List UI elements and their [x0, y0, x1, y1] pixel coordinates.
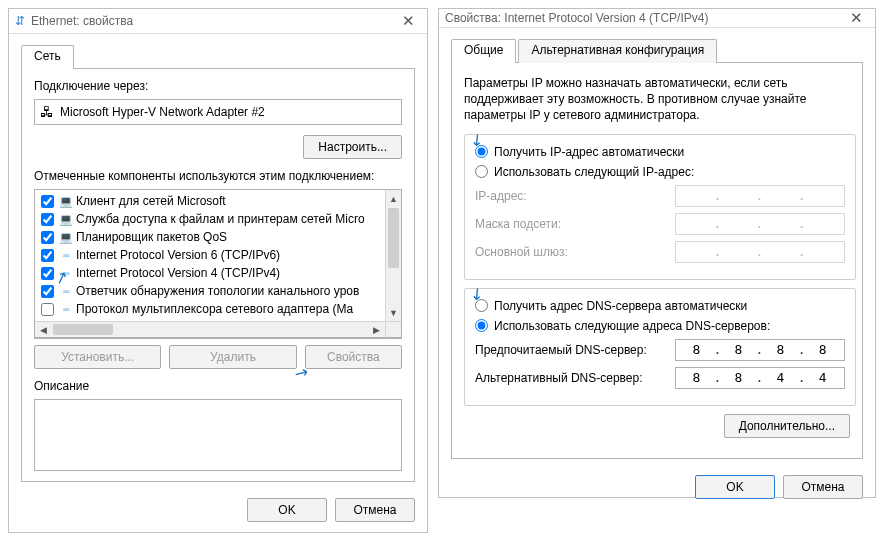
- radio-manual-ip-row[interactable]: Использовать следующий IP-адрес:: [475, 165, 845, 179]
- tab-general[interactable]: Общие: [451, 39, 516, 63]
- radio-manual-dns-row[interactable]: Использовать следующие адреса DNS-сервер…: [475, 319, 845, 333]
- gateway-label: Основной шлюз:: [475, 245, 675, 259]
- component-checkbox[interactable]: [41, 303, 54, 316]
- adapter-name: Microsoft Hyper-V Network Adapter #2: [60, 105, 265, 119]
- tab-panel-general: Параметры IP можно назначать автоматичес…: [451, 62, 863, 459]
- ip-note: Параметры IP можно назначать автоматичес…: [464, 75, 850, 124]
- component-label: Internet Protocol Version 6 (TCP/IPv6): [76, 248, 280, 262]
- component-checkbox[interactable]: [41, 249, 54, 262]
- service-icon: 💻: [58, 213, 74, 226]
- protocol-icon: ⎓: [58, 285, 74, 297]
- components-label: Отмеченные компоненты используются этим …: [34, 169, 402, 183]
- ip-address-label: IP-адрес:: [475, 189, 675, 203]
- gateway-input: ...: [675, 241, 845, 263]
- tabs: Сеть: [21, 44, 415, 68]
- adapter-box: 🖧 Microsoft Hyper-V Network Adapter #2: [34, 99, 402, 125]
- radio-manual-dns[interactable]: [475, 319, 488, 332]
- description-box: [34, 399, 402, 471]
- radio-auto-ip-label: Получить IP-адрес автоматически: [494, 145, 684, 159]
- radio-auto-ip[interactable]: [475, 145, 488, 158]
- cancel-button[interactable]: Отмена: [783, 475, 863, 499]
- scroll-left-icon[interactable]: ◀: [35, 322, 52, 337]
- advanced-button[interactable]: Дополнительно...: [724, 414, 850, 438]
- service-icon: 💻: [58, 195, 74, 208]
- radio-auto-dns[interactable]: [475, 299, 488, 312]
- component-label: Internet Protocol Version 4 (TCP/IPv4): [76, 266, 280, 280]
- radio-auto-dns-row[interactable]: Получить адрес DNS-сервера автоматически…: [475, 299, 845, 313]
- scroll-corner: [385, 321, 402, 338]
- list-item[interactable]: 💻Служба доступа к файлам и принтерам сет…: [35, 210, 402, 228]
- list-item[interactable]: ⎓Internet Protocol Version 6 (TCP/IPv6): [35, 246, 402, 264]
- tabs: Общие Альтернативная конфигурация: [451, 38, 863, 62]
- list-item[interactable]: ⎓Ответчик обнаружения топологии канально…: [35, 282, 402, 300]
- radio-auto-dns-label: Получить адрес DNS-сервера автоматически: [494, 299, 747, 313]
- list-item[interactable]: 💻Клиент для сетей Microsoft: [35, 192, 402, 210]
- component-label: Планировщик пакетов QoS: [76, 230, 227, 244]
- alt-dns-input[interactable]: 8. 8. 4. 4: [675, 367, 845, 389]
- subnet-label: Маска подсети:: [475, 217, 675, 231]
- titlebar: ⇵ Ethernet: свойства ✕: [9, 9, 427, 34]
- dns-group: Получить адрес DNS-сервера автоматически…: [464, 288, 856, 406]
- ipv4-properties-dialog: Свойства: Internet Protocol Version 4 (T…: [438, 8, 876, 498]
- pref-dns-label: Предпочитаемый DNS-сервер:: [475, 343, 675, 357]
- component-checkbox[interactable]: [41, 231, 54, 244]
- pref-dns-input[interactable]: 8. 8. 8. 8: [675, 339, 845, 361]
- tab-alt-config[interactable]: Альтернативная конфигурация: [518, 39, 717, 63]
- component-label: Служба доступа к файлам и принтерам сете…: [76, 212, 365, 226]
- service-icon: 💻: [58, 231, 74, 244]
- dialog-title: Ethernet: свойства: [31, 14, 396, 28]
- description-label: Описание: [34, 379, 402, 393]
- component-label: Протокол мультиплексора сетевого адаптер…: [76, 302, 353, 316]
- ok-button[interactable]: OK: [695, 475, 775, 499]
- dialog-footer: OK Отмена: [439, 467, 875, 509]
- component-checkbox[interactable]: [41, 213, 54, 226]
- component-label: Клиент для сетей Microsoft: [76, 194, 226, 208]
- close-icon[interactable]: ✕: [396, 12, 421, 30]
- configure-button[interactable]: Настроить...: [303, 135, 402, 159]
- scroll-thumb-v[interactable]: [388, 208, 399, 268]
- radio-manual-ip[interactable]: [475, 165, 488, 178]
- nic-icon: 🖧: [40, 104, 54, 120]
- install-button[interactable]: Установить...: [34, 345, 161, 369]
- ethernet-icon: ⇵: [15, 14, 25, 28]
- ip-group: Получить IP-адрес автоматически ↗ Исполь…: [464, 134, 856, 280]
- ethernet-properties-dialog: ⇵ Ethernet: свойства ✕ Сеть Подключение …: [8, 8, 428, 533]
- close-icon[interactable]: ✕: [844, 9, 869, 27]
- component-checkbox[interactable]: [41, 195, 54, 208]
- radio-manual-ip-label: Использовать следующий IP-адрес:: [494, 165, 694, 179]
- tab-network[interactable]: Сеть: [21, 45, 74, 69]
- connect-via-label: Подключение через:: [34, 79, 402, 93]
- component-checkbox[interactable]: [41, 267, 54, 280]
- scrollbar-vertical[interactable]: ▲ ▼: [385, 190, 402, 321]
- ok-button[interactable]: OK: [247, 498, 327, 522]
- dialog-footer: OK Отмена: [9, 490, 427, 532]
- titlebar: Свойства: Internet Protocol Version 4 (T…: [439, 9, 875, 28]
- protocol-icon: ⎓: [58, 267, 74, 279]
- components-list[interactable]: 💻Клиент для сетей Microsoft💻Служба досту…: [34, 189, 402, 339]
- scroll-thumb-h[interactable]: [53, 324, 113, 335]
- scroll-up-icon[interactable]: ▲: [386, 190, 401, 207]
- protocol-icon: ⎓: [58, 249, 74, 261]
- radio-manual-dns-label: Использовать следующие адреса DNS-сервер…: [494, 319, 770, 333]
- properties-button[interactable]: Свойства: [305, 345, 402, 369]
- component-checkbox[interactable]: [41, 285, 54, 298]
- alt-dns-label: Альтернативный DNS-сервер:: [475, 371, 675, 385]
- protocol-icon: ⎓: [58, 303, 74, 315]
- dialog-title: Свойства: Internet Protocol Version 4 (T…: [445, 11, 844, 25]
- cancel-button[interactable]: Отмена: [335, 498, 415, 522]
- tab-panel-network: Подключение через: 🖧 Microsoft Hyper-V N…: [21, 68, 415, 482]
- remove-button[interactable]: Удалить: [169, 345, 296, 369]
- list-item[interactable]: 💻Планировщик пакетов QoS: [35, 228, 402, 246]
- scroll-right-icon[interactable]: ▶: [368, 322, 385, 337]
- component-label: Ответчик обнаружения топологии канальног…: [76, 284, 359, 298]
- subnet-input: ...: [675, 213, 845, 235]
- ip-address-input: ...: [675, 185, 845, 207]
- list-item[interactable]: ⎓Internet Protocol Version 4 (TCP/IPv4): [35, 264, 402, 282]
- scrollbar-horizontal[interactable]: ◀ ▶: [35, 321, 385, 338]
- list-item[interactable]: ⎓Протокол мультиплексора сетевого адапте…: [35, 300, 402, 318]
- scroll-down-icon[interactable]: ▼: [386, 304, 401, 321]
- radio-auto-ip-row[interactable]: Получить IP-адрес автоматически ↗: [475, 145, 845, 159]
